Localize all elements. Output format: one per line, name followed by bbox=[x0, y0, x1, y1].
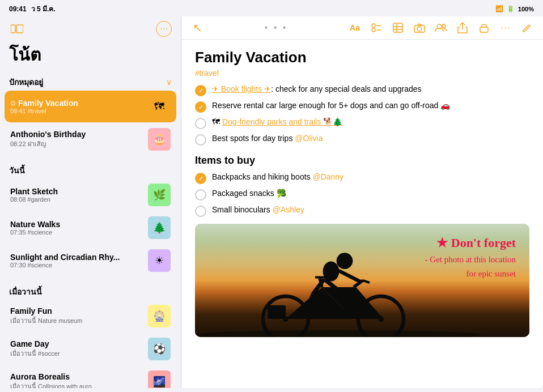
note-item-title: Plant Sketch bbox=[10, 187, 142, 196]
sidebar: ··· โน้ต ปักหมุดอยู่ ∨ ⊙ Family Vacation… bbox=[0, 16, 181, 388]
check-circle-unchecked[interactable] bbox=[195, 206, 206, 217]
main-layout: ··· โน้ต ปักหมุดอยู่ ∨ ⊙ Family Vacation… bbox=[0, 16, 543, 388]
svg-rect-34 bbox=[268, 305, 286, 319]
detail-panel: ↖ • • • Aa bbox=[181, 16, 543, 388]
today-note-list: Plant Sketch 08:08 #garden 🌿 Nature Walk… bbox=[0, 179, 181, 278]
section-yesterday-header: เมื่อวานนี้ bbox=[0, 282, 181, 300]
note-thumbnail: 🌿 bbox=[148, 184, 171, 206]
checklist-item-3: 🗺 Dog-friendly parks and trails 🐕🌲 bbox=[195, 117, 529, 129]
note-item-meta: 08:22 ฝาเสิญ bbox=[10, 139, 142, 149]
note-item-family-vacation[interactable]: ⊙ Family Vacation 09:41 #travel 🗺 bbox=[5, 91, 176, 122]
checklist-item-6: Packaged snacks 🥦 bbox=[195, 189, 529, 201]
people-button[interactable] bbox=[434, 23, 448, 32]
section-today-title: วันนี้ bbox=[9, 164, 25, 177]
note-item-content: Plant Sketch 08:08 #garden bbox=[10, 187, 142, 203]
svg-rect-1 bbox=[16, 25, 23, 33]
chevron-down-icon[interactable]: ∨ bbox=[166, 78, 172, 87]
toolbar-right: Aa bbox=[348, 22, 534, 33]
note-item-plant-sketch[interactable]: Plant Sketch 08:08 #garden 🌿 bbox=[5, 179, 176, 211]
note-item-title: Game Day bbox=[10, 339, 142, 348]
note-main-title: Family Vacation bbox=[195, 49, 529, 66]
compose-button[interactable] bbox=[520, 23, 534, 33]
note-item-title: Family Fun bbox=[10, 306, 142, 316]
note-image-area: ★ Don't forget - Get photo at this locat… bbox=[195, 224, 529, 337]
note-item-content: Anthonio's Birthday 08:22 ฝาเสิญ bbox=[10, 130, 142, 149]
section-yesterday-title: เมื่อวานนี้ bbox=[9, 286, 42, 298]
note-item-content: Sunlight and Circadian Rhy... 07:30 #sci… bbox=[10, 253, 142, 269]
status-bar: 09:41 ว 5 มี.ค. 📶 🔋 100% bbox=[0, 0, 543, 16]
lock-button[interactable] bbox=[477, 23, 491, 33]
status-right: 📶 🔋 100% bbox=[495, 5, 534, 12]
share-button[interactable] bbox=[456, 22, 469, 33]
note-item-content: Aurora Borealis เมื่อวานนี้ Collisions w… bbox=[10, 372, 142, 388]
note-item-content: Nature Walks 07:35 #science bbox=[10, 220, 142, 236]
status-time: 09:41 bbox=[9, 5, 27, 13]
note-item-meta: เมื่อวานนี้ #soccer bbox=[10, 348, 142, 359]
check-circle-checked[interactable]: ✓ bbox=[195, 173, 206, 184]
check-circle-checked[interactable]: ✓ bbox=[195, 101, 206, 113]
table-button[interactable] bbox=[391, 23, 405, 33]
check-circle-checked[interactable]: ✓ bbox=[195, 85, 206, 96]
note-tag: #travel bbox=[195, 69, 529, 78]
checklist-text: Packaged snacks 🥦 bbox=[212, 189, 286, 198]
drag-handle-icon: • • • bbox=[265, 23, 288, 33]
note-item-meta: 07:35 #science bbox=[10, 229, 142, 236]
checklist-button[interactable] bbox=[370, 23, 383, 33]
checklist-text: 🗺 Dog-friendly parks and trails 🐕🌲 bbox=[212, 117, 342, 126]
checklist-item-4: Best spots for day trips @Olivia bbox=[195, 134, 529, 146]
items-to-buy-title: Items to buy bbox=[195, 155, 529, 167]
camera-button[interactable] bbox=[413, 23, 426, 33]
checklist-text: ✈ Book flights ✈: check for any special … bbox=[212, 84, 422, 93]
note-item-family-fun[interactable]: Family Fun เมื่อวานนี้ Nature museum 🎡 bbox=[5, 300, 176, 332]
note-item-content: ⊙ Family Vacation 09:41 #travel bbox=[10, 99, 142, 114]
note-item-aurora-borealis[interactable]: Aurora Borealis เมื่อวานนี้ Collisions w… bbox=[5, 366, 176, 388]
note-item-meta: เมื่อวานนี้ Nature museum bbox=[10, 316, 142, 326]
mention-danny: @Danny bbox=[312, 172, 343, 181]
check-circle-unchecked[interactable] bbox=[195, 134, 206, 146]
svg-rect-0 bbox=[11, 25, 15, 33]
svg-point-16 bbox=[195, 330, 481, 337]
checklist-item-7: Small binoculars @Ashley bbox=[195, 205, 529, 217]
sidebar-toggle-button[interactable] bbox=[9, 21, 25, 37]
detail-content: Family Vacation #travel ✓ ✈ Book flights… bbox=[181, 40, 543, 388]
note-item-title: Sunlight and Circadian Rhy... bbox=[10, 253, 142, 262]
note-item-meta: เมื่อวานนี้ Collisions with auro... bbox=[10, 381, 142, 388]
mention-olivia: @Olivia bbox=[295, 134, 323, 143]
note-item-sunlight-circadian[interactable]: Sunlight and Circadian Rhy... 07:30 #sci… bbox=[5, 245, 176, 276]
note-item-title: Anthonio's Birthday bbox=[10, 130, 142, 139]
toolbar-dots: • • • bbox=[213, 23, 339, 33]
dog-parks-link[interactable]: Dog-friendly parks and trails 🐕🌲 bbox=[222, 117, 342, 126]
font-format-button[interactable]: Aa bbox=[348, 23, 362, 32]
wifi-icon: 📶 bbox=[495, 5, 503, 12]
note-item-nature-walks[interactable]: Nature Walks 07:35 #science 🌲 bbox=[5, 212, 176, 244]
section-today-header: วันนี้ bbox=[0, 161, 181, 179]
more-options-button[interactable]: ··· bbox=[499, 23, 512, 33]
status-day: ว 5 มี.ค. bbox=[31, 3, 56, 14]
section-pinned-title: ปักหมุดอยู่ bbox=[9, 76, 43, 88]
note-thumbnail: ⚽ bbox=[148, 338, 171, 360]
yesterday-note-list: Family Fun เมื่อวานนี้ Nature museum 🎡 G… bbox=[0, 300, 181, 388]
note-item-title: Family Vacation bbox=[18, 99, 78, 108]
note-item-title: Aurora Borealis bbox=[10, 372, 142, 381]
checklist-text: Best spots for day trips @Olivia bbox=[212, 134, 323, 143]
checklist-item-1: ✓ ✈ Book flights ✈: check for any specia… bbox=[195, 84, 529, 96]
checklist-text: Small binoculars @Ashley bbox=[212, 205, 304, 214]
sidebar-more-icon: ··· bbox=[160, 24, 167, 34]
svg-rect-6 bbox=[393, 23, 402, 32]
check-circle-unchecked[interactable] bbox=[195, 189, 206, 201]
note-thumbnail: 🌲 bbox=[148, 216, 171, 239]
book-flights-link[interactable]: ✈ Book flights ✈ bbox=[212, 84, 271, 93]
note-item-game-day[interactable]: Game Day เมื่อวานนี้ #soccer ⚽ bbox=[5, 333, 176, 365]
note-thumbnail: ☀ bbox=[148, 249, 171, 272]
sidebar-more-button[interactable]: ··· bbox=[156, 21, 172, 37]
section-pinned-header: ปักหมุดอยู่ ∨ bbox=[0, 73, 181, 91]
svg-line-15 bbox=[529, 25, 530, 26]
svg-point-11 bbox=[417, 27, 422, 31]
note-item-meta: 09:41 #travel bbox=[10, 108, 142, 114]
check-circle-unchecked[interactable] bbox=[195, 118, 206, 129]
note-item-title: Nature Walks bbox=[10, 220, 142, 229]
svg-line-25 bbox=[363, 280, 370, 283]
back-arrow-icon[interactable]: ↖ bbox=[190, 21, 204, 35]
pinned-note-list: ⊙ Family Vacation 09:41 #travel 🗺 Anthon… bbox=[0, 91, 181, 156]
note-item-anthonios-birthday[interactable]: Anthonio's Birthday 08:22 ฝาเสิญ 🎂 bbox=[5, 123, 176, 155]
